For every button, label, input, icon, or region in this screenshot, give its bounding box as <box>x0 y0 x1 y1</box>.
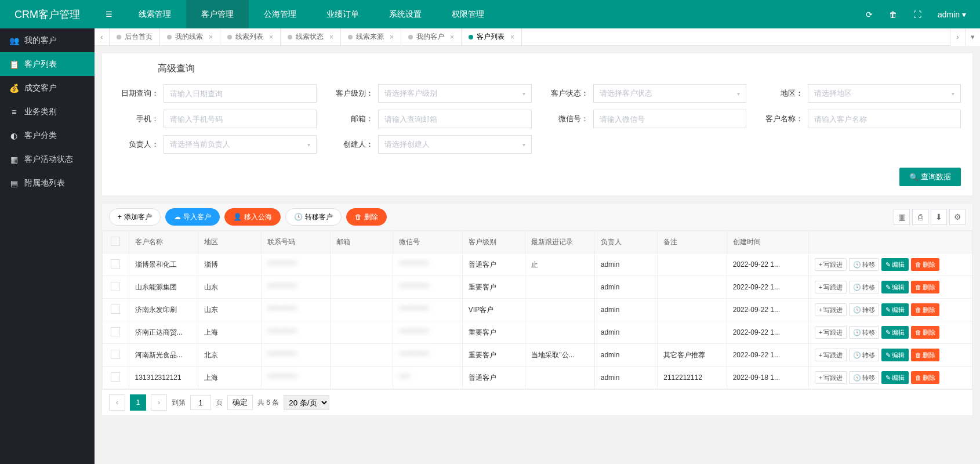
main-area: ‹ 后台首页我的线索×线索列表×线索状态×线索来源×我的客户×客户列表× › ▾… <box>95 28 980 464</box>
tab-item[interactable]: 我的线索× <box>160 28 220 46</box>
write-follow-button[interactable]: + 写跟进 <box>815 349 847 361</box>
transfer-button[interactable]: 🕓 转移 <box>849 349 879 361</box>
sidebar-item[interactable]: ≡业务类别 <box>0 100 95 124</box>
transfer-button[interactable]: 🕓 转移 <box>849 371 879 384</box>
edit-button[interactable]: ✎ 编辑 <box>881 371 909 384</box>
delete-customer-button[interactable]: 🗑删除 <box>346 208 387 226</box>
tab-item[interactable]: 线索状态× <box>281 28 341 46</box>
edit-button[interactable]: ✎ 编辑 <box>881 326 909 339</box>
status-select[interactable]: 请选择客户状态▾ <box>593 84 746 103</box>
sidebar-item[interactable]: 💰成交客户 <box>0 76 95 100</box>
email-input[interactable] <box>378 110 531 128</box>
row-checkbox[interactable] <box>111 350 120 359</box>
delete-button[interactable]: 🗑 删除 <box>911 281 939 293</box>
select-all-checkbox[interactable] <box>111 237 120 246</box>
transfer-customer-button[interactable]: 🕓转移客户 <box>285 208 342 226</box>
close-icon[interactable]: × <box>329 33 333 41</box>
top-nav: 线索管理客户管理公海管理业绩订单系统设置权限管理 <box>124 0 866 28</box>
edit-button[interactable]: ✎ 编辑 <box>881 303 909 316</box>
tab-item[interactable]: 我的客户× <box>401 28 462 46</box>
top-nav-item[interactable]: 权限管理 <box>437 0 499 28</box>
sidebar-icon: ▤ <box>9 179 19 188</box>
row-checkbox[interactable] <box>111 327 120 336</box>
top-nav-item[interactable]: 公海管理 <box>249 0 311 28</box>
tabs-menu-icon[interactable]: ▾ <box>965 28 980 46</box>
page-prev-button[interactable]: ‹ <box>109 394 125 411</box>
column-header: 最新跟进记录 <box>525 231 594 253</box>
export-icon[interactable]: ⬇ <box>931 209 947 225</box>
search-button[interactable]: 🔍查询数据 <box>899 168 961 186</box>
page-size-select[interactable]: 20 条/页 <box>284 395 329 410</box>
import-customer-button[interactable]: ☁导入客户 <box>165 208 220 226</box>
row-checkbox[interactable] <box>111 259 120 269</box>
close-icon[interactable]: × <box>390 33 394 41</box>
top-nav-item[interactable]: 系统设置 <box>374 0 437 28</box>
close-icon[interactable]: × <box>209 33 213 41</box>
goto-page-input[interactable] <box>190 395 211 410</box>
wechat-input[interactable] <box>593 110 746 128</box>
delete-button[interactable]: 🗑 删除 <box>911 371 939 384</box>
level-select[interactable]: 请选择客户级别▾ <box>378 84 531 103</box>
close-icon[interactable]: × <box>450 33 454 41</box>
sidebar-item[interactable]: ▦客户活动状态 <box>0 147 95 171</box>
tab-item[interactable]: 客户列表× <box>462 28 522 46</box>
write-follow-button[interactable]: + 写跟进 <box>815 258 847 271</box>
transfer-button[interactable]: 🕓 转移 <box>849 326 879 339</box>
sidebar-item[interactable]: ▤附属地列表 <box>0 171 95 195</box>
fullscreen-icon[interactable]: ⛶ <box>913 10 921 19</box>
cell <box>525 276 594 299</box>
add-customer-button[interactable]: +添加客户 <box>109 208 161 226</box>
write-follow-button[interactable]: + 写跟进 <box>815 303 847 316</box>
settings-icon[interactable]: ⚙ <box>949 209 966 225</box>
owner-select[interactable]: 请选择当前负责人▾ <box>164 135 317 154</box>
write-follow-button[interactable]: + 写跟进 <box>815 371 847 384</box>
sidebar-item[interactable]: 👥我的客户 <box>0 28 95 52</box>
tab-item[interactable]: 后台首页 <box>110 28 160 46</box>
tab-item[interactable]: 线索列表× <box>220 28 281 46</box>
goto-confirm-button[interactable]: 确定 <box>227 395 253 410</box>
clock-icon: 🕓 <box>294 213 303 221</box>
user-menu[interactable]: admin ▾ <box>938 10 966 19</box>
delete-button[interactable]: 🗑 删除 <box>911 326 939 339</box>
trash-icon[interactable]: 🗑 <box>889 10 897 19</box>
delete-button[interactable]: 🗑 删除 <box>911 349 939 361</box>
write-follow-button[interactable]: + 写跟进 <box>815 326 847 339</box>
top-nav-item[interactable]: 线索管理 <box>124 0 186 28</box>
transfer-button[interactable]: 🕓 转移 <box>849 303 879 316</box>
region-select[interactable]: 请选择地区▾ <box>808 84 961 103</box>
sidebar-item[interactable]: 📋客户列表 <box>0 52 95 76</box>
columns-icon[interactable]: ▥ <box>894 209 910 225</box>
tabs-scroll-left-icon[interactable]: ‹ <box>95 28 110 46</box>
top-nav-item[interactable]: 业绩订单 <box>311 0 374 28</box>
edit-button[interactable]: ✎ 编辑 <box>881 349 909 361</box>
row-checkbox[interactable] <box>111 372 120 382</box>
sidebar-toggle-icon[interactable]: ☰ <box>95 10 124 19</box>
cell: 当地采取"公... <box>525 344 594 367</box>
page-next-button[interactable]: › <box>151 394 167 411</box>
creator-select[interactable]: 请选择创建人▾ <box>378 135 531 154</box>
sidebar-item[interactable]: ◐客户分类 <box>0 124 95 147</box>
row-checkbox[interactable] <box>111 304 120 314</box>
transfer-button[interactable]: 🕓 转移 <box>849 258 879 271</box>
row-checkbox[interactable] <box>111 282 120 291</box>
customer-name-input[interactable] <box>808 110 961 128</box>
phone-input[interactable] <box>164 110 317 128</box>
delete-button[interactable]: 🗑 删除 <box>911 303 939 316</box>
top-nav-item[interactable]: 客户管理 <box>186 0 249 28</box>
transfer-button[interactable]: 🕓 转移 <box>849 281 879 293</box>
write-follow-button[interactable]: + 写跟进 <box>815 281 847 293</box>
edit-button[interactable]: ✎ 编辑 <box>881 258 909 271</box>
ops-cell: + 写跟进🕓 转移✎ 编辑🗑 删除 <box>808 344 972 367</box>
close-icon[interactable]: × <box>269 33 273 41</box>
close-icon[interactable]: × <box>510 33 514 41</box>
print-icon[interactable]: ⎙ <box>912 209 928 225</box>
page-number-button[interactable]: 1 <box>130 394 146 411</box>
move-to-sea-button[interactable]: 👤移入公海 <box>224 208 281 226</box>
tab-item[interactable]: 线索来源× <box>341 28 401 46</box>
delete-button[interactable]: 🗑 删除 <box>911 258 939 271</box>
tabs-scroll-right-icon[interactable]: › <box>950 28 965 46</box>
edit-button[interactable]: ✎ 编辑 <box>881 281 909 293</box>
refresh-icon[interactable]: ⟳ <box>866 10 873 19</box>
sidebar: 👥我的客户📋客户列表💰成交客户≡业务类别◐客户分类▦客户活动状态▤附属地列表 <box>0 28 95 464</box>
date-input[interactable] <box>164 84 317 103</box>
